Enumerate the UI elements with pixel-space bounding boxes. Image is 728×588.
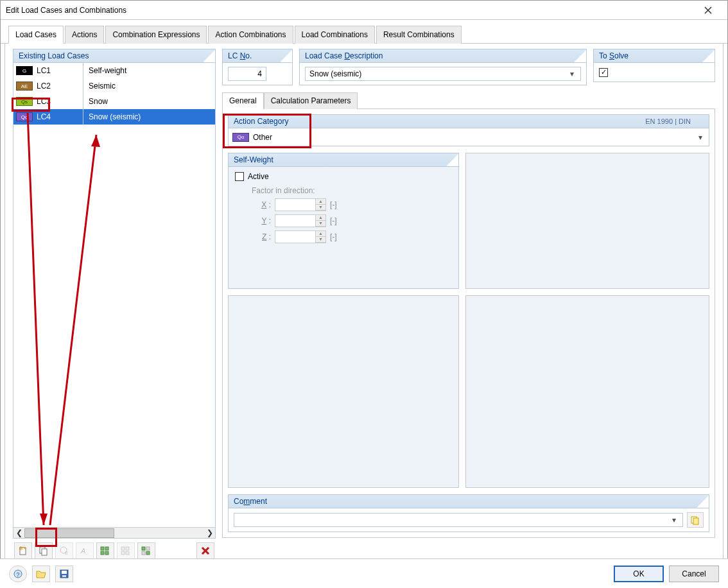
empty-panel-1	[465, 153, 709, 289]
load-case-row[interactable]: GLC1Self-weight	[13, 63, 215, 78]
lc-description-dropdown[interactable]: Snow (seismic) ▾	[305, 67, 581, 81]
svg-rect-31	[62, 571, 67, 574]
tab-action-combinations[interactable]: Action Combinations	[208, 26, 293, 44]
copy-load-case-button[interactable]	[35, 542, 53, 559]
action-category-badge: Qo	[232, 133, 249, 142]
select-all-button[interactable]	[96, 542, 114, 559]
svg-rect-11	[101, 547, 104, 550]
chevron-down-icon: ▾	[696, 133, 705, 142]
load-case-description: Self-weight	[83, 66, 215, 75]
svg-text:..: ..	[85, 551, 88, 555]
action-category-panel: Action Category EN 1990 | DIN Qo Other ▾	[228, 114, 709, 146]
self-weight-header: Self-Weight	[228, 153, 459, 167]
axis-label: Z :	[252, 232, 271, 241]
svg-rect-15	[121, 547, 125, 550]
title-bar: Edit Load Cases and Combinations	[1, 1, 727, 20]
factor-axes: X :▲▼[-]Y :▲▼[-]Z :▲▼[-]	[252, 198, 452, 243]
svg-rect-6	[42, 549, 47, 555]
horizontal-scrollbar[interactable]: ❮ ❯	[13, 527, 215, 538]
window-title: Edit Load Cases and Combinations	[6, 6, 694, 15]
comment-panel: Comment ▾	[228, 494, 709, 532]
svg-rect-12	[105, 547, 108, 550]
tab-combination-expressions[interactable]: Combination Expressions	[105, 26, 207, 44]
svg-text:B: B	[65, 551, 68, 555]
left-column: Existing Load Cases GLC1Self-weightAELC2…	[13, 49, 216, 563]
self-weight-row: Self-Weight Active Factor in direction: …	[228, 153, 709, 289]
unit-label: [-]	[330, 232, 337, 241]
scroll-left-icon[interactable]: ❮	[13, 528, 24, 539]
load-case-description: Seismic	[83, 82, 215, 91]
action-category-standard: EN 1990 | DIN	[645, 117, 704, 125]
category-badge: Qs	[16, 97, 33, 106]
save-button[interactable]	[55, 566, 73, 582]
ok-button[interactable]: OK	[614, 566, 664, 582]
to-solve-panel: To Solve ✓	[593, 49, 715, 85]
factor-spinner[interactable]: ▲▼	[275, 230, 326, 243]
self-weight-panel: Self-Weight Active Factor in direction: …	[228, 153, 459, 289]
lc-description-panel: Load Case Description Snow (seismic) ▾	[299, 49, 587, 85]
tab-load-cases[interactable]: Load Cases	[8, 26, 64, 44]
tab-result-combinations[interactable]: Result Combinations	[376, 26, 462, 44]
close-icon	[704, 6, 712, 14]
svg-rect-22	[146, 551, 150, 555]
action-category-dropdown[interactable]: Qo Other ▾	[228, 128, 709, 146]
uncheck-grid-icon	[121, 546, 131, 556]
tab-actions[interactable]: Actions	[65, 26, 104, 44]
load-case-row[interactable]: QoLC4Snow (seismic)	[13, 109, 215, 125]
subtab-calculation-parameters[interactable]: Calculation Parameters	[264, 92, 358, 109]
category-badge: G	[16, 66, 33, 75]
svg-text:?: ?	[17, 571, 20, 578]
empty-panel-2	[228, 295, 459, 488]
scroll-right-icon[interactable]: ❯	[204, 528, 215, 539]
action-category-header: Action Category EN 1990 | DIN	[228, 114, 709, 128]
right-column: LC No. Load Case Description Snow (seism…	[222, 49, 715, 563]
load-case-description: Snow	[83, 97, 215, 106]
load-case-list[interactable]: GLC1Self-weightAELC2SeismicQsLC3SnowQoLC…	[13, 63, 216, 539]
letter-a-icon: A..	[80, 546, 90, 556]
svg-rect-14	[105, 551, 108, 555]
comment-dropdown[interactable]: ▾	[234, 513, 683, 527]
cancel-button[interactable]: Cancel	[669, 566, 719, 582]
scroll-thumb[interactable]	[24, 528, 114, 538]
factor-spinner[interactable]: ▲▼	[275, 214, 326, 227]
factor-spinner[interactable]: ▲▼	[275, 198, 326, 211]
comment-library-button[interactable]	[687, 512, 704, 528]
unit-label: [-]	[330, 200, 337, 209]
load-case-id: LC2	[37, 82, 83, 91]
load-case-id: LC4	[37, 112, 83, 121]
svg-rect-19	[142, 547, 145, 550]
svg-rect-18	[126, 551, 129, 555]
delete-x-icon	[200, 546, 211, 556]
lc-description-value: Snow (seismic)	[309, 69, 361, 78]
load-case-row[interactable]: AELC2Seismic	[13, 78, 215, 94]
delete-button[interactable]	[196, 542, 214, 559]
svg-rect-32	[62, 575, 66, 577]
open-button[interactable]	[32, 566, 50, 582]
new-load-case-button[interactable]: ✼	[14, 542, 32, 559]
loads-button: B	[55, 542, 73, 559]
help-button[interactable]: ?	[9, 566, 27, 582]
deselect-all-button	[117, 542, 135, 559]
load-case-description: Snow (seismic)	[83, 112, 215, 121]
action-category-value: Other	[253, 133, 272, 142]
unit-label: [-]	[330, 216, 337, 225]
lc-no-input[interactable]	[228, 67, 266, 81]
svg-text:✼: ✼	[19, 546, 23, 551]
active-checkbox[interactable]	[235, 172, 244, 181]
factor-row: Z :▲▼[-]	[252, 230, 452, 243]
load-case-row[interactable]: QsLC3Snow	[13, 94, 215, 109]
copy-icon	[39, 546, 49, 556]
toggle-selection-button[interactable]	[137, 542, 155, 559]
chevron-down-icon: ▾	[568, 69, 576, 78]
existing-load-cases-header: Existing Load Cases	[13, 49, 216, 63]
to-solve-checkbox[interactable]: ✓	[599, 68, 608, 77]
chevron-down-icon: ▾	[670, 515, 679, 524]
save-icon	[59, 569, 69, 579]
subtab-general[interactable]: General	[222, 92, 264, 109]
folder-open-icon	[36, 569, 46, 579]
half-check-grid-icon	[141, 546, 152, 556]
tab-load-combinations[interactable]: Load Combinations	[295, 26, 375, 44]
svg-rect-21	[142, 551, 145, 555]
close-button[interactable]	[694, 1, 722, 19]
load-case-id: LC3	[37, 97, 83, 106]
